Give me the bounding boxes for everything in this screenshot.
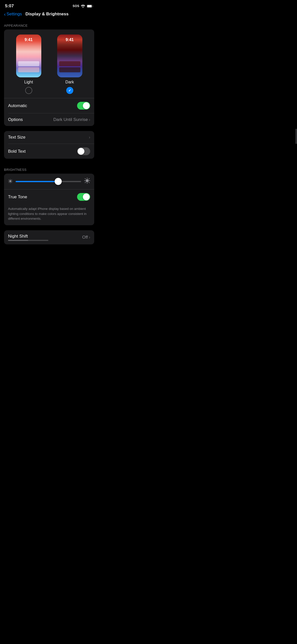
svg-rect-1 [87, 5, 92, 7]
scroll-content: APPEARANCE 9:41 Light [0, 20, 98, 244]
dark-preview-bars [59, 61, 80, 72]
automatic-toggle-thumb [83, 102, 90, 109]
brightness-fill [16, 181, 58, 182]
true-tone-toggle[interactable] [77, 193, 90, 201]
svg-line-18 [85, 182, 86, 183]
options-value: Dark Until Sunrise › [53, 117, 90, 122]
night-shift-bar [8, 240, 48, 241]
back-chevron-icon: ‹ [4, 12, 6, 17]
bold-text-toggle[interactable] [77, 147, 90, 155]
text-size-row[interactable]: Text Size › [4, 131, 94, 144]
appearance-inner: 9:41 Light 9:41 [4, 29, 94, 98]
brightness-slider[interactable] [16, 181, 81, 182]
dark-preview-time: 9:41 [57, 38, 82, 42]
true-tone-label: True Tone [8, 195, 27, 200]
dark-bar-1 [59, 61, 80, 66]
text-card: Text Size › Bold Text [4, 131, 94, 159]
status-time: 5:07 [5, 4, 14, 9]
svg-line-19 [89, 179, 89, 179]
brightness-low-icon [8, 179, 13, 184]
night-shift-right: Off › [82, 235, 90, 240]
svg-line-9 [9, 182, 9, 183]
automatic-label: Automatic [8, 103, 27, 108]
bold-text-label: Bold Text [8, 149, 26, 154]
svg-point-2 [9, 180, 11, 182]
svg-line-10 [11, 180, 12, 180]
night-shift-chevron-icon: › [89, 235, 90, 240]
automatic-row: Automatic [4, 98, 94, 113]
appearance-section-label: APPEARANCE [0, 20, 98, 29]
light-label: Light [24, 80, 33, 84]
light-preview-bars [18, 61, 39, 72]
light-preview-time: 9:41 [16, 38, 41, 42]
appearance-option-light[interactable]: 9:41 Light [16, 35, 41, 94]
true-tone-description: Automatically adapt iPhone display based… [4, 204, 94, 225]
brightness-thumb[interactable] [55, 178, 62, 185]
dark-label: Dark [65, 80, 74, 84]
light-radio[interactable] [25, 87, 32, 94]
night-shift-left: Night Shift [8, 234, 48, 241]
svg-line-17 [89, 182, 89, 183]
appearance-option-dark[interactable]: 9:41 Dark [57, 35, 82, 94]
text-size-label: Text Size [8, 135, 25, 140]
light-preview: 9:41 [16, 35, 41, 77]
appearance-card: 9:41 Light 9:41 [4, 29, 94, 126]
night-shift-bar-fill [8, 240, 28, 241]
options-label: Options [8, 117, 23, 122]
options-chevron-icon: › [89, 117, 90, 122]
svg-line-16 [85, 179, 86, 179]
night-shift-label: Night Shift [8, 234, 48, 239]
status-bar: 5:07 SOS [0, 0, 98, 11]
light-bar-1 [18, 61, 39, 66]
svg-line-8 [11, 182, 12, 183]
wifi-icon [81, 5, 85, 8]
appearance-options: 9:41 Light 9:41 [8, 35, 90, 98]
dark-bar-2 [59, 67, 80, 72]
night-shift-row[interactable]: Night Shift Off › [4, 230, 94, 244]
nav-bar: ‹ Settings Display & Brightness [0, 11, 98, 20]
back-button[interactable]: ‹ Settings [4, 12, 22, 17]
svg-point-11 [86, 179, 89, 182]
svg-line-7 [9, 180, 9, 180]
automatic-toggle[interactable] [77, 102, 90, 110]
brightness-card: True Tone Automatically adapt iPhone dis… [4, 174, 94, 225]
status-icons: SOS [73, 4, 93, 8]
light-bar-2 [18, 67, 39, 72]
text-size-chevron-icon: › [89, 135, 90, 140]
bold-text-row: Bold Text [4, 144, 94, 159]
true-tone-toggle-thumb [83, 194, 90, 200]
page-title: Display & Brightness [25, 12, 69, 17]
brightness-row [4, 174, 94, 189]
night-shift-card[interactable]: Night Shift Off › [4, 230, 94, 244]
dark-preview: 9:41 [57, 35, 82, 77]
night-shift-value: Off [82, 235, 88, 240]
sos-icon: SOS [73, 4, 79, 8]
options-row[interactable]: Options Dark Until Sunrise › [4, 113, 94, 126]
dark-radio[interactable] [66, 87, 73, 94]
brightness-high-icon [84, 178, 90, 185]
brightness-section-label: BRIGHTNESS [0, 164, 98, 174]
true-tone-row: True Tone [4, 189, 94, 204]
bold-text-toggle-thumb [78, 148, 84, 155]
battery-icon [87, 5, 93, 8]
